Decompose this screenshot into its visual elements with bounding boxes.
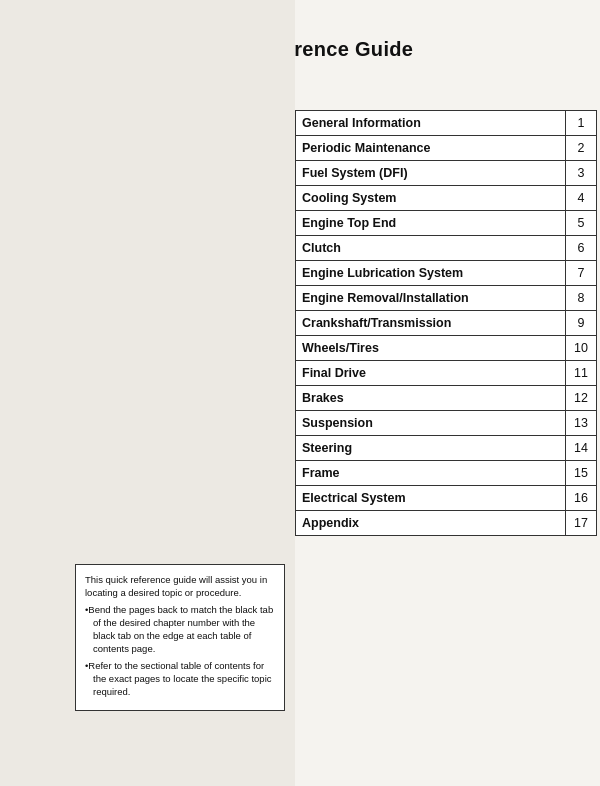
table-row: General Information1 bbox=[295, 110, 597, 136]
table-row: Engine Lubrication System7 bbox=[295, 260, 597, 286]
table-row: Final Drive11 bbox=[295, 360, 597, 386]
table-row: Clutch6 bbox=[295, 235, 597, 261]
note-box: This quick reference guide will assist y… bbox=[75, 564, 285, 711]
toc-item-label: Steering bbox=[296, 436, 566, 460]
page: Quick Reference Guide General Informatio… bbox=[0, 0, 600, 786]
toc-item-number: 15 bbox=[566, 461, 596, 485]
toc-item-number: 3 bbox=[566, 161, 596, 185]
toc-item-number: 7 bbox=[566, 261, 596, 285]
toc-item-label: Suspension bbox=[296, 411, 566, 435]
table-of-contents: General Information1Periodic Maintenance… bbox=[295, 110, 597, 535]
toc-item-label: Engine Top End bbox=[296, 211, 566, 235]
table-row: Suspension13 bbox=[295, 410, 597, 436]
toc-item-label: Engine Lubrication System bbox=[296, 261, 566, 285]
toc-item-number: 16 bbox=[566, 486, 596, 510]
toc-item-label: Crankshaft/Transmission bbox=[296, 311, 566, 335]
toc-item-number: 8 bbox=[566, 286, 596, 310]
toc-item-label: General Information bbox=[296, 111, 566, 135]
note-bullet2: •Refer to the sectional table of content… bbox=[85, 659, 275, 699]
table-row: Cooling System4 bbox=[295, 185, 597, 211]
toc-item-label: Final Drive bbox=[296, 361, 566, 385]
toc-item-label: Frame bbox=[296, 461, 566, 485]
toc-item-label: Cooling System bbox=[296, 186, 566, 210]
table-row: Electrical System16 bbox=[295, 485, 597, 511]
table-row: Periodic Maintenance2 bbox=[295, 135, 597, 161]
toc-item-number: 9 bbox=[566, 311, 596, 335]
toc-item-label: Periodic Maintenance bbox=[296, 136, 566, 160]
table-row: Fuel System (DFI)3 bbox=[295, 160, 597, 186]
table-row: Wheels/Tires10 bbox=[295, 335, 597, 361]
toc-item-number: 17 bbox=[566, 511, 596, 535]
table-row: Engine Top End5 bbox=[295, 210, 597, 236]
toc-item-label: Fuel System (DFI) bbox=[296, 161, 566, 185]
toc-item-label: Wheels/Tires bbox=[296, 336, 566, 360]
table-row: Engine Removal/Installation8 bbox=[295, 285, 597, 311]
table-row: Appendix17 bbox=[295, 510, 597, 536]
toc-item-number: 6 bbox=[566, 236, 596, 260]
toc-item-number: 14 bbox=[566, 436, 596, 460]
toc-item-number: 1 bbox=[566, 111, 596, 135]
toc-item-label: Brakes bbox=[296, 386, 566, 410]
toc-item-label: Appendix bbox=[296, 511, 566, 535]
toc-item-number: 11 bbox=[566, 361, 596, 385]
toc-item-number: 2 bbox=[566, 136, 596, 160]
toc-item-number: 10 bbox=[566, 336, 596, 360]
note-line1: This quick reference guide will assist y… bbox=[85, 573, 275, 600]
toc-item-number: 12 bbox=[566, 386, 596, 410]
table-row: Steering14 bbox=[295, 435, 597, 461]
note-bullet1: •Bend the pages back to match the black … bbox=[85, 603, 275, 656]
table-row: Crankshaft/Transmission9 bbox=[295, 310, 597, 336]
toc-item-number: 13 bbox=[566, 411, 596, 435]
table-row: Brakes12 bbox=[295, 385, 597, 411]
toc-item-number: 4 bbox=[566, 186, 596, 210]
table-row: Frame15 bbox=[295, 460, 597, 486]
toc-item-label: Electrical System bbox=[296, 486, 566, 510]
toc-item-label: Clutch bbox=[296, 236, 566, 260]
toc-item-number: 5 bbox=[566, 211, 596, 235]
toc-item-label: Engine Removal/Installation bbox=[296, 286, 566, 310]
